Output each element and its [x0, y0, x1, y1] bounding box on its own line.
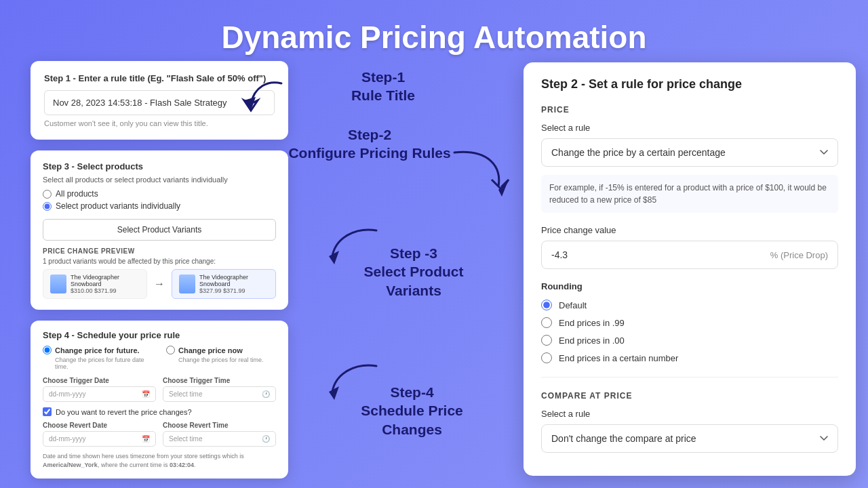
revert-date-field: Choose Revert Date dd-mm-yyyy 📅	[43, 422, 156, 447]
trigger-date-label: Choose Trigger Date	[43, 377, 156, 384]
compare-rule-select[interactable]: Don't change the compare at price	[541, 424, 838, 453]
rounding-00[interactable]: End prices in .00	[541, 335, 838, 346]
page-title: Dynamic Pricing Automation	[0, 0, 868, 68]
step3-card: Step 3 - Select products Select all prod…	[31, 150, 288, 310]
revert-checkbox[interactable]	[43, 407, 52, 416]
price-change-suffix: % (Price Drop)	[770, 250, 828, 260]
radio-variants-input[interactable]	[43, 202, 52, 211]
step4-card: Step 4 - Schedule your price rule Change…	[31, 321, 288, 479]
change-now-option: Change price now Change the prices for r…	[166, 346, 276, 370]
price-change-input-container[interactable]: -4.3 % (Price Drop)	[541, 241, 838, 269]
product-name-before: The Videographer Snowboard	[71, 274, 140, 287]
clock-icon: 🕐	[262, 390, 270, 398]
product-price-after: $327.99 $371.99	[199, 287, 269, 294]
rounding-default-label: Default	[559, 300, 587, 310]
trigger-time-field: Choose Trigger Time Select time 🕐	[163, 377, 276, 402]
rounding-99-label: End prices in .99	[559, 318, 625, 328]
rounding-certain[interactable]: End prices in a certain number	[541, 352, 838, 363]
product-info-after: The Videographer Snowboard $327.99 $371.…	[199, 274, 269, 294]
radio-all-products[interactable]: All products	[43, 189, 276, 199]
revert-date-row: Choose Revert Date dd-mm-yyyy 📅 Choose R…	[43, 422, 276, 447]
clock-icon-revert: 🕐	[262, 435, 270, 443]
price-change-value: -4.3	[551, 249, 568, 260]
product-preview-before: The Videographer Snowboard $310.00 $371.…	[43, 269, 147, 299]
rounding-00-radio[interactable]	[541, 335, 552, 346]
change-future-radio[interactable]	[43, 346, 52, 354]
price-section: PRICE Select a rule Change the price by …	[541, 105, 838, 363]
revert-time-label: Choose Revert Time	[163, 422, 276, 429]
revert-time-input[interactable]: Select time 🕐	[163, 431, 276, 447]
arrow-between-products: →	[154, 278, 165, 290]
product-info-before: The Videographer Snowboard $310.00 $371.…	[71, 274, 140, 294]
change-now-radio[interactable]	[166, 346, 175, 354]
change-future-option: Change price for future. Change the pric…	[43, 346, 153, 370]
affected-text: 1 product variants would be affected by …	[43, 258, 276, 265]
rounding-label: Rounding	[541, 281, 838, 291]
product-name-after: The Videographer Snowboard	[199, 274, 269, 287]
arrow-step2	[448, 146, 515, 200]
step1-label-container: Step-1 Rule Title	[285, 68, 481, 105]
rounding-default[interactable]: Default	[541, 300, 838, 310]
price-change-label: Price change value	[541, 225, 838, 235]
rounding-00-label: End prices in .00	[559, 336, 625, 346]
step1-hint: Customer won't see it, only you can view…	[44, 119, 275, 127]
trigger-date-field: Choose Trigger Date dd-mm-yyyy 📅	[43, 377, 156, 402]
arrow-step1	[241, 73, 295, 121]
price-info-text: For example, if -15% is entered for a pr…	[541, 175, 838, 213]
rounding-default-radio[interactable]	[541, 300, 552, 310]
section-divider	[541, 377, 838, 378]
radio-select-variants[interactable]: Select product variants individually	[43, 201, 276, 211]
step2-label: Step-2 Configure Pricing Rules	[264, 125, 475, 163]
select-product-variants-button[interactable]: Select Product Variants	[43, 219, 276, 241]
price-preview-label: PRICE CHANGE PREVIEW	[43, 247, 276, 255]
step1-label: Step-1 Rule Title	[285, 68, 481, 105]
product-icon-before	[50, 274, 66, 293]
step2-label-container: Step-2 Configure Pricing Rules	[264, 125, 475, 163]
trigger-date-row: Choose Trigger Date dd-mm-yyyy 📅 Choose …	[43, 377, 276, 402]
step3-sub: Select all products or select product va…	[43, 176, 276, 184]
compare-section: COMPARE AT PRICE Select a rule Don't cha…	[541, 391, 838, 461]
step3-heading: Step 3 - Select products	[43, 161, 276, 171]
change-future-label[interactable]: Change price for future.	[43, 346, 153, 354]
product-icon-after	[179, 274, 195, 293]
change-future-desc: Change the prices for future date time.	[55, 357, 153, 370]
radio-variants-label: Select product variants individually	[56, 201, 180, 211]
revert-label: Do you want to revert the price changes?	[56, 408, 192, 416]
step4-footer: Date and time shown here uses timezone f…	[43, 452, 276, 469]
select-rule-label: Select a rule	[541, 123, 838, 133]
radio-all-label: All products	[56, 189, 98, 199]
rule-title-input[interactable]: Nov 28, 2023 14:53:18 - Flash Sale Strat…	[44, 90, 275, 115]
price-rule-select[interactable]: Change the price by a certain percentage	[541, 138, 838, 167]
arrow-step4	[322, 359, 390, 400]
compare-rule-label: Select a rule	[541, 409, 838, 419]
step4-heading: Step 4 - Schedule your price rule	[43, 330, 276, 340]
change-now-label[interactable]: Change price now	[166, 346, 276, 354]
product-preview-after: The Videographer Snowboard $327.99 $371.…	[172, 269, 276, 299]
calendar-icon-revert: 📅	[142, 435, 150, 443]
right-panel: Step 2 - Set a rule for price change PRI…	[524, 62, 856, 476]
change-now-desc: Change the prices for real time.	[178, 357, 276, 363]
revert-date-label: Choose Revert Date	[43, 422, 156, 429]
revert-date-input[interactable]: dd-mm-yyyy 📅	[43, 431, 156, 447]
preview-products: The Videographer Snowboard $310.00 $371.…	[43, 269, 276, 299]
rounding-certain-label: End prices in a certain number	[559, 353, 678, 363]
rounding-99-radio[interactable]	[541, 317, 552, 328]
revert-time-field: Choose Revert Time Select time 🕐	[163, 422, 276, 447]
trigger-date-input[interactable]: dd-mm-yyyy 📅	[43, 386, 156, 402]
revert-checkbox-row[interactable]: Do you want to revert the price changes?	[43, 407, 276, 416]
trigger-time-label: Choose Trigger Time	[163, 377, 276, 384]
price-section-label: PRICE	[541, 105, 838, 115]
compare-section-label: COMPARE AT PRICE	[541, 391, 838, 401]
right-panel-heading: Step 2 - Set a rule for price change	[541, 77, 838, 92]
trigger-time-input[interactable]: Select time 🕐	[163, 386, 276, 402]
left-column: Step 1 - Enter a rule title (Eg. "Flash …	[31, 61, 288, 479]
arrow-step3	[322, 224, 390, 264]
step4-options: Change price for future. Change the pric…	[43, 346, 276, 370]
rounding-certain-radio[interactable]	[541, 352, 552, 363]
radio-all-products-input[interactable]	[43, 190, 52, 199]
step1-heading: Step 1 - Enter a rule title (Eg. "Flash …	[44, 73, 275, 83]
calendar-icon: 📅	[142, 390, 150, 398]
rounding-99[interactable]: End prices in .99	[541, 317, 838, 328]
product-price-before: $310.00 $371.99	[71, 287, 140, 294]
